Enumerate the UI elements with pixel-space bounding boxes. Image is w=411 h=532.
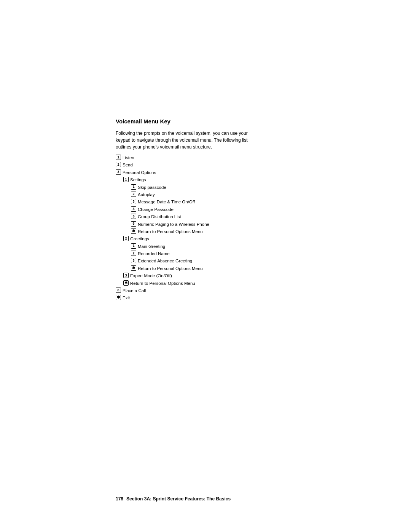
key-star-exit: ✱: [116, 295, 121, 300]
label-greetings: Greetings: [130, 235, 149, 242]
menu-item-send: 2 Send: [116, 161, 295, 168]
key-star-return-settings: ✱: [131, 228, 136, 234]
key-2-recorded-name: 2: [131, 251, 136, 256]
key-5-group: 5: [131, 214, 136, 219]
label-return-settings: Return to Personal Options Menu: [138, 228, 203, 235]
content-area: Voicemail Menu Key Following the prompts…: [0, 0, 411, 332]
label-place-call: Place a Call: [123, 287, 146, 294]
label-extended-absence: Extended Absence Greeting: [138, 257, 192, 264]
menu-item-recorded-name: 2 Recorded Name: [131, 250, 295, 257]
menu-item-skip-passcode: 1 Skip passcode: [131, 184, 295, 191]
page-footer: 178 Section 3A: Sprint Service Features:…: [0, 496, 411, 502]
menu-item-return-settings: ✱ Return to Personal Options Menu: [131, 228, 295, 235]
key-1-skip: 1: [131, 184, 136, 190]
label-personal-options: Personal Options: [123, 169, 156, 176]
menu-item-settings: 1 Settings: [123, 176, 295, 183]
key-1-main-greeting: 1: [131, 243, 136, 249]
menu-structure: 1 Listen 2 Send 3 Personal Options 1 Set…: [116, 154, 295, 302]
key-6-numeric: 6: [131, 221, 136, 227]
label-listen: Listen: [123, 154, 134, 161]
key-2-autoplay: 2: [131, 192, 136, 197]
menu-item-main-greeting: 1 Main Greeting: [131, 243, 295, 250]
key-2-greetings: 2: [123, 236, 129, 241]
menu-item-message-date-time: 3 Message Date & Time On/Off: [131, 198, 295, 205]
key-3-expert-mode: 3: [123, 273, 129, 278]
label-expert-mode: Expert Mode (On/Off): [130, 272, 172, 279]
menu-item-greetings: 2 Greetings: [123, 235, 295, 242]
key-2-send: 2: [116, 162, 121, 167]
label-main-greeting: Main Greeting: [138, 243, 165, 250]
label-skip-passcode: Skip passcode: [138, 184, 166, 191]
label-settings: Settings: [130, 176, 146, 183]
menu-item-group-distribution: 5 Group Distribution List: [131, 213, 295, 220]
key-3-personal: 3: [116, 169, 121, 175]
key-4-change-passcode: 4: [131, 206, 136, 212]
menu-item-return-greetings: ✱ Return to Personal Options Menu: [131, 265, 295, 272]
key-star-return-greetings: ✱: [131, 265, 136, 271]
label-exit: Exit: [123, 294, 130, 301]
menu-item-change-passcode: 4 Change Passcode: [131, 206, 295, 213]
menu-item-personal-options: 3 Personal Options: [116, 169, 295, 176]
footer-section-title: Section 3A: Sprint Service Features: The…: [126, 496, 231, 502]
page: Voicemail Menu Key Following the prompts…: [0, 0, 411, 532]
label-autoplay: Autoplay: [138, 191, 155, 198]
label-group-distribution: Group Distribution List: [138, 213, 181, 220]
label-message-date-time: Message Date & Time On/Off: [138, 198, 195, 205]
label-return-personal: Return to Personal Options Menu: [130, 280, 195, 287]
key-3-message-date: 3: [131, 199, 136, 204]
menu-item-exit: ✱ Exit: [116, 294, 295, 301]
key-1-listen: 1: [116, 155, 121, 160]
section-title: Voicemail Menu Key: [116, 118, 295, 125]
label-return-greetings: Return to Personal Options Menu: [138, 265, 203, 272]
key-star-return-personal: ✱: [123, 280, 129, 286]
menu-item-return-personal: ✱ Return to Personal Options Menu: [123, 280, 295, 287]
menu-item-autoplay: 2 Autoplay: [131, 191, 295, 198]
key-8-place-call: 8: [116, 288, 121, 293]
menu-item-extended-absence: 3 Extended Absence Greeting: [131, 257, 295, 264]
label-numeric-paging: Numeric Paging to a Wireless Phone: [138, 221, 209, 228]
label-send: Send: [123, 161, 133, 168]
menu-item-place-call: 8 Place a Call: [116, 287, 295, 294]
label-recorded-name: Recorded Name: [138, 250, 170, 257]
key-3-extended-absence: 3: [131, 258, 136, 263]
footer-page-number: 178: [116, 496, 123, 502]
label-change-passcode: Change Passcode: [138, 206, 174, 213]
menu-item-expert-mode: 3 Expert Mode (On/Off): [123, 272, 295, 279]
menu-item-listen: 1 Listen: [116, 154, 295, 161]
intro-text: Following the prompts on the voicemail s…: [116, 130, 253, 150]
key-1-settings: 1: [123, 177, 129, 182]
menu-item-numeric-paging: 6 Numeric Paging to a Wireless Phone: [131, 221, 295, 228]
